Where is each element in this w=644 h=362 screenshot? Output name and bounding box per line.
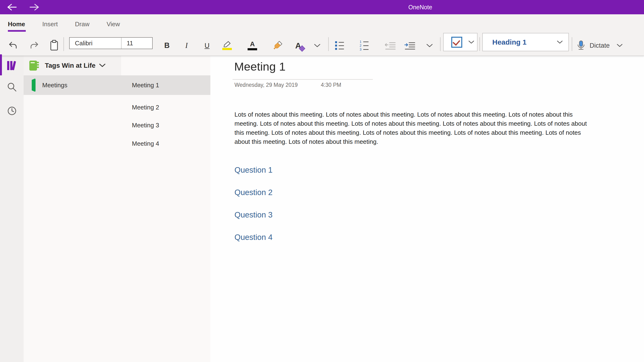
clock-icon <box>7 106 17 116</box>
tab-label: Home <box>8 20 25 28</box>
back-arrow-icon <box>7 4 17 11</box>
page-label: Meeting 2 <box>132 104 159 111</box>
chevron-down-icon <box>314 44 320 48</box>
recent-notes-button[interactable] <box>0 101 24 120</box>
dictate-button[interactable]: Dictate <box>576 37 634 54</box>
paragraph-options-chevron[interactable] <box>423 37 436 54</box>
ribbon: Home Insert Draw View <box>0 14 644 56</box>
increase-indent-icon <box>404 41 415 50</box>
page-date: Wednesday, 29 May 2019 <box>234 82 298 88</box>
underline-icon: U <box>205 42 210 50</box>
style-selected-value: Heading 1 <box>492 38 526 46</box>
tab-label: View <box>106 20 120 28</box>
section-panel: Tags Win at Life Meetings <box>24 56 122 362</box>
tab-label: Insert <box>42 20 58 28</box>
page-item-meeting-2[interactable]: Meeting 2 <box>121 98 210 116</box>
styles-dropdown[interactable]: Heading 1 <box>482 33 569 51</box>
paste-button[interactable] <box>46 37 62 54</box>
section-item-meetings[interactable]: Meetings <box>24 75 121 95</box>
italic-icon: I <box>185 41 188 50</box>
bold-icon: B <box>164 41 170 50</box>
notebooks-button[interactable] <box>0 56 24 75</box>
ribbon-tabs: Home Insert Draw View <box>8 14 120 34</box>
italic-button[interactable]: I <box>179 37 194 54</box>
app-title: OneNote <box>408 0 432 14</box>
redo-icon <box>29 40 39 51</box>
bullet-list-button[interactable] <box>332 37 347 54</box>
page-label: Meeting 1 <box>132 82 159 89</box>
chevron-down-icon <box>468 40 474 44</box>
toolbar-divider <box>64 37 64 51</box>
chevron-down-icon <box>426 44 433 48</box>
highlight-button[interactable] <box>220 37 235 54</box>
active-rail-indicator <box>0 54 2 75</box>
chevron-down-icon <box>99 64 106 67</box>
active-tab-underline <box>8 30 26 32</box>
decrease-indent-icon <box>385 41 396 50</box>
page-label: Meeting 3 <box>132 122 159 129</box>
tab-insert[interactable]: Insert <box>42 14 58 34</box>
undo-icon <box>8 40 18 51</box>
page-body-text[interactable]: Lots of notes about this meeting. Lots o… <box>234 110 596 146</box>
undo-button[interactable] <box>6 37 21 54</box>
font-size-input[interactable]: 11 <box>121 37 153 49</box>
question-heading-3[interactable]: Question 3 <box>234 210 273 220</box>
font-name-value: Calibri <box>75 40 92 47</box>
font-color-icon: A <box>248 41 257 50</box>
clear-formatting-icon: A <box>295 41 301 50</box>
font-color-button[interactable]: A <box>245 37 260 54</box>
page-title[interactable]: Meeting 1 <box>234 60 286 73</box>
clipboard-icon <box>49 40 60 51</box>
font-options-chevron[interactable] <box>311 37 324 54</box>
left-rail <box>0 56 24 362</box>
back-button[interactable] <box>5 2 18 12</box>
todo-tag-button[interactable] <box>443 33 478 51</box>
toolbar-divider <box>480 37 480 51</box>
page-item-meeting-3[interactable]: Meeting 3 <box>121 116 210 134</box>
clear-formatting-button[interactable]: A <box>290 37 306 54</box>
question-list: Question 1 Question 2 Question 3 Questio… <box>234 165 273 255</box>
chevron-down-icon <box>557 40 563 44</box>
decrease-indent-button[interactable] <box>382 37 398 54</box>
toolbar-divider <box>440 37 440 51</box>
underline-button[interactable]: U <box>200 37 215 54</box>
tab-home[interactable]: Home <box>8 14 25 34</box>
page-time: 4:30 PM <box>321 82 341 88</box>
page-item-meeting-1[interactable]: Meeting 1 <box>121 75 210 95</box>
toolbar-divider <box>328 37 329 51</box>
increase-indent-button[interactable] <box>402 37 418 54</box>
redo-button[interactable] <box>26 37 42 54</box>
forward-arrow-icon <box>29 4 40 11</box>
tab-label: Draw <box>75 20 90 28</box>
format-painter-icon <box>273 40 283 51</box>
todo-checkbox-icon <box>451 37 462 48</box>
dictate-label: Dictate <box>590 42 610 49</box>
font-name-input[interactable]: Calibri <box>69 37 122 49</box>
notebooks-library-icon <box>6 60 18 71</box>
notebook-name: Tags Win at Life <box>45 62 96 70</box>
tab-draw[interactable]: Draw <box>75 14 90 34</box>
titlebar: OneNote <box>0 0 644 14</box>
format-painter-button[interactable] <box>270 37 286 54</box>
notebook-switcher[interactable]: Tags Win at Life <box>24 56 121 75</box>
section-tab-icon <box>31 78 36 92</box>
tab-view[interactable]: View <box>106 14 120 34</box>
microphone-icon <box>576 40 586 51</box>
section-label: Meetings <box>42 82 68 89</box>
numbered-list-icon: 1 2 3 <box>359 40 368 50</box>
bullet-list-icon <box>335 41 344 50</box>
bold-button[interactable]: B <box>159 37 174 54</box>
page-item-meeting-4[interactable]: Meeting 4 <box>121 134 210 152</box>
font-size-value: 11 <box>127 40 133 47</box>
highlighter-icon <box>222 41 232 50</box>
question-heading-1[interactable]: Question 1 <box>234 165 273 175</box>
chevron-down-icon <box>617 44 622 47</box>
question-heading-4[interactable]: Question 4 <box>234 232 273 242</box>
forward-button[interactable] <box>28 2 41 12</box>
title-divider <box>232 79 373 80</box>
notebook-icon <box>28 60 40 72</box>
numbered-list-button[interactable]: 1 2 3 <box>356 37 371 54</box>
page-canvas[interactable]: Meeting 1 Wednesday, 29 May 2019 4:30 PM… <box>210 56 644 362</box>
question-heading-2[interactable]: Question 2 <box>234 188 273 197</box>
search-button[interactable] <box>0 78 24 96</box>
